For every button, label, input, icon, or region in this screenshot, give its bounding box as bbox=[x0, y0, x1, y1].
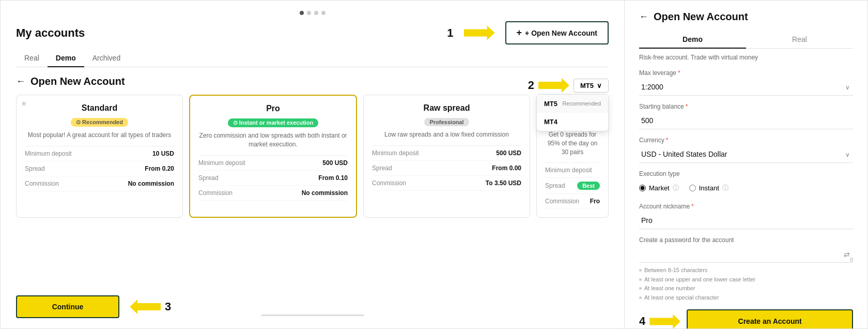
left-panel: My accounts 1 + + Open New Account Real … bbox=[1, 1, 625, 328]
open-account-label: + Open New Account bbox=[525, 29, 597, 37]
header-row: My accounts 1 + + Open New Account bbox=[16, 21, 609, 44]
info-icon-market: ⓘ bbox=[673, 184, 679, 192]
detail-row: Minimum deposit 500 USD bbox=[372, 146, 521, 161]
detail-row: Commission Fro bbox=[545, 194, 600, 209]
mt5-tag: Recommended bbox=[562, 100, 601, 107]
continue-button[interactable]: Continue bbox=[16, 295, 119, 318]
mt-option-mt4[interactable]: MT4 bbox=[537, 113, 608, 131]
detail-row: Commission No commission bbox=[25, 176, 174, 191]
detail-label: Spread bbox=[25, 165, 45, 172]
mt-select-button[interactable]: MT5 ∨ bbox=[574, 79, 609, 93]
dot-4 bbox=[321, 11, 326, 15]
step2-arrow bbox=[538, 78, 569, 93]
step2-wrap: 2 MT5 ∨ MT5 Recommended bbox=[528, 78, 609, 93]
dot-2 bbox=[307, 11, 311, 15]
form-group-password: Create a password for the account ⇄ 0 Be… bbox=[639, 236, 853, 302]
leverage-select[interactable]: 1:2000 bbox=[639, 79, 853, 96]
detail-row: Minimum deposit bbox=[545, 163, 600, 178]
step2-label: 2 bbox=[528, 79, 534, 92]
form-group-currency: Currency * USD - United States Dollar bbox=[639, 137, 853, 163]
card-rawspread-details: Minimum deposit 500 USD Spread From 0.00… bbox=[372, 145, 521, 191]
password-label: Create a password for the account bbox=[639, 236, 853, 244]
pagination-dots bbox=[16, 11, 609, 15]
card-standard-title: Standard bbox=[25, 103, 174, 113]
eye-icon[interactable]: ⇄ bbox=[844, 250, 850, 259]
page-title: My accounts bbox=[16, 26, 85, 40]
create-account-button[interactable]: Create an Account bbox=[687, 309, 853, 328]
detail-label: Spread bbox=[198, 174, 219, 182]
nickname-input[interactable] bbox=[639, 212, 853, 229]
right-back-arrow[interactable]: ← bbox=[639, 11, 648, 22]
card-rawspread-title: Raw spread bbox=[372, 103, 521, 113]
rule-item: At least one number bbox=[639, 284, 853, 293]
radio-instant-input[interactable] bbox=[689, 185, 696, 191]
rule-text: At least one number bbox=[644, 284, 695, 293]
rule-text: At least one special character bbox=[644, 293, 719, 303]
card-zero-desc: Get 0 spreads for 95% of the day on 30 p… bbox=[545, 130, 600, 156]
plus-icon: + bbox=[517, 27, 522, 38]
scroll-hint bbox=[261, 315, 364, 316]
tab-archived[interactable]: Archived bbox=[84, 50, 129, 67]
back-arrow-left[interactable]: ← bbox=[16, 76, 25, 87]
card-pro[interactable]: Pro ⊙ Instant or market execution Zero c… bbox=[189, 95, 357, 218]
leverage-select-wrap: 1:2000 bbox=[639, 79, 853, 96]
right-tab-real[interactable]: Real bbox=[746, 31, 853, 49]
radio-market-input[interactable] bbox=[639, 185, 646, 191]
card-zero-details: Minimum deposit Spread Best Commission F… bbox=[545, 162, 600, 209]
mt-selected-value: MT5 bbox=[580, 82, 594, 89]
required-star: * bbox=[678, 69, 680, 77]
card-pro-header: Pro ⊙ Instant or market execution bbox=[198, 104, 348, 131]
card-standard-header: Standard ⊙ Recommended bbox=[25, 103, 174, 131]
rule-dot bbox=[639, 287, 642, 290]
detail-row: Minimum deposit 500 USD bbox=[198, 156, 348, 171]
tab-demo[interactable]: Demo bbox=[48, 50, 84, 67]
detail-row: Spread From 0.20 bbox=[25, 161, 174, 176]
create-btn-wrap: 4 Create an Account bbox=[639, 309, 853, 328]
detail-value: From 0.20 bbox=[145, 165, 174, 172]
card-standard[interactable]: Standard ⊙ Recommended Most popular! A g… bbox=[16, 95, 183, 218]
detail-value: 500 USD bbox=[322, 159, 348, 167]
detail-label: Minimum deposit bbox=[25, 150, 72, 157]
detail-label: Commission bbox=[25, 180, 59, 187]
open-account-button[interactable]: + + Open New Account bbox=[505, 21, 609, 44]
currency-label: Currency * bbox=[639, 137, 853, 144]
currency-select[interactable]: USD - United States Dollar bbox=[639, 146, 853, 163]
tab-real[interactable]: Real bbox=[16, 50, 48, 67]
step3-label: 3 bbox=[165, 300, 171, 313]
currency-select-wrap: USD - United States Dollar bbox=[639, 146, 853, 163]
rule-text: At least one upper and one lower case le… bbox=[644, 275, 755, 285]
required-star: * bbox=[666, 137, 669, 144]
detail-value: Fro bbox=[590, 198, 600, 205]
detail-label: Minimum deposit bbox=[198, 159, 245, 167]
rule-dot bbox=[639, 296, 642, 299]
sub-header: ← Open New Account bbox=[16, 76, 609, 87]
card-rawspread-badge: Professional bbox=[424, 118, 469, 126]
step4-wrap: 4 bbox=[639, 314, 680, 328]
card-pro-badge: ⊙ Instant or market execution bbox=[228, 118, 319, 127]
right-tab-demo[interactable]: Demo bbox=[639, 31, 746, 49]
detail-label: Commission bbox=[545, 198, 579, 205]
radio-market[interactable]: Market ⓘ bbox=[639, 184, 679, 192]
balance-input[interactable] bbox=[639, 112, 853, 129]
radio-instant[interactable]: Instant ⓘ bbox=[689, 184, 729, 192]
detail-row: Minimum deposit 10 USD bbox=[25, 146, 174, 161]
detail-label: Spread bbox=[545, 182, 565, 189]
card-rawspread[interactable]: Raw spread Professional Low raw spreads … bbox=[363, 95, 530, 218]
rule-dot bbox=[639, 278, 642, 281]
detail-label: Minimum deposit bbox=[545, 167, 592, 174]
right-panel-title: Open New Account bbox=[654, 11, 748, 23]
step4-label: 4 bbox=[639, 315, 645, 328]
step4-arrow bbox=[649, 314, 680, 328]
right-panel: ← Open New Account Demo Real Risk-free a… bbox=[625, 1, 867, 328]
card-pro-details: Minimum deposit 500 USD Spread From 0.10… bbox=[198, 155, 348, 201]
detail-label: Commission bbox=[372, 180, 406, 187]
detail-value: 500 USD bbox=[496, 149, 521, 157]
password-input[interactable] bbox=[639, 246, 853, 263]
detail-row: Spread Best bbox=[545, 178, 600, 194]
detail-row: Commission No commission bbox=[198, 186, 348, 201]
mt-option-mt5[interactable]: MT5 Recommended bbox=[537, 95, 608, 113]
balance-label: Starting balance * bbox=[639, 103, 853, 110]
rule-item: Between 8-15 characters bbox=[639, 266, 853, 275]
required-star: * bbox=[686, 103, 688, 110]
card-standard-badge: ⊙ Recommended bbox=[71, 118, 128, 127]
